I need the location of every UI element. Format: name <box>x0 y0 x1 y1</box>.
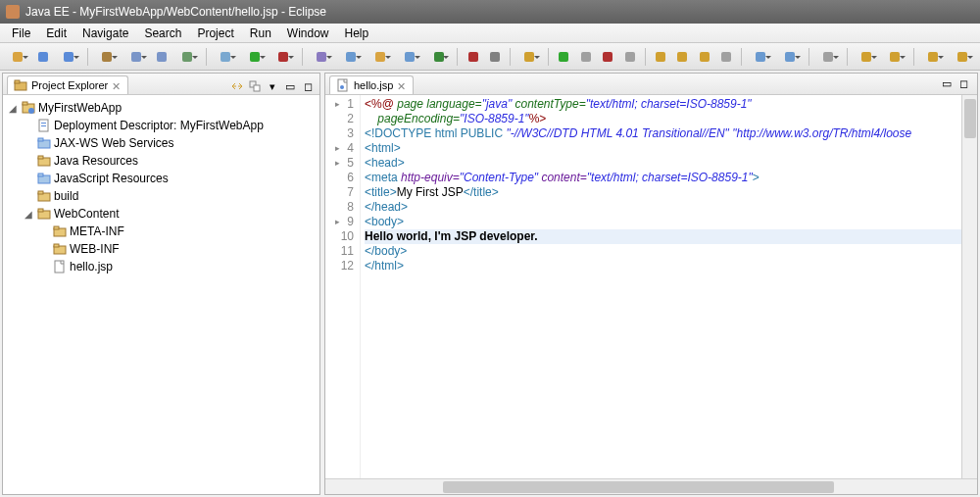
line-number[interactable]: 6 <box>325 171 354 185</box>
tree-node[interactable]: hello.jsp <box>36 258 318 275</box>
code-area[interactable]: <%@ page language="java" contentType="te… <box>361 95 977 478</box>
tree-node[interactable]: ◢WebContent <box>21 205 318 223</box>
menu-search[interactable]: Search <box>136 25 189 42</box>
run-button[interactable] <box>241 46 269 68</box>
stop-button[interactable] <box>598 46 617 68</box>
deploy-button[interactable] <box>173 46 201 68</box>
line-number[interactable]: 11 <box>325 244 354 259</box>
collapse-icon[interactable]: ◢ <box>23 209 34 220</box>
code-line[interactable]: <!DOCTYPE html PUBLIC "-//W3C//DTD HTML … <box>365 126 973 141</box>
code-line[interactable]: <%@ page language="java" contentType="te… <box>365 97 973 112</box>
save-all-button[interactable] <box>55 46 82 68</box>
code-line[interactable]: pageEncoding="ISO-8859-1"%> <box>365 112 973 126</box>
tree-node[interactable]: JAX-WS Web Services <box>21 134 318 152</box>
resume-button[interactable] <box>554 46 573 68</box>
code-line[interactable]: <title>My First JSP</title> <box>365 185 973 200</box>
open-type-button[interactable] <box>747 46 774 68</box>
class-button[interactable] <box>425 46 453 68</box>
tab-hello-jsp[interactable]: hello.jsp ✕ <box>329 75 414 94</box>
code-line[interactable]: <html> <box>365 141 973 156</box>
collapse-all-button[interactable] <box>247 78 263 94</box>
next-ann-button[interactable] <box>853 46 880 68</box>
code-line[interactable]: <body> <box>365 215 973 229</box>
menu-project[interactable]: Project <box>189 25 241 42</box>
tree-node[interactable]: JavaScript Resources <box>21 170 318 187</box>
line-number[interactable]: 3 <box>325 126 354 141</box>
open-task-button[interactable] <box>776 46 804 68</box>
svg-rect-30 <box>890 52 900 62</box>
code-line[interactable]: <meta http-equiv="Content-Type" content=… <box>365 171 973 185</box>
vertical-scrollbar[interactable] <box>961 95 977 478</box>
forward-button[interactable] <box>949 46 976 68</box>
tree-node[interactable]: ◢MyFirstWebApp <box>5 99 318 117</box>
prev-ann-button[interactable] <box>882 46 909 68</box>
package-button[interactable] <box>396 46 423 68</box>
line-number[interactable]: 7 <box>325 185 354 200</box>
line-number[interactable]: 9 <box>325 215 354 229</box>
tree-node[interactable]: WEB-INF <box>36 240 318 258</box>
line-gutter[interactable]: 123456789101112 <box>325 95 361 478</box>
search-button[interactable] <box>515 46 543 68</box>
scrollbar-thumb[interactable] <box>964 99 976 138</box>
folder-button[interactable] <box>367 46 394 68</box>
line-number[interactable]: 2 <box>325 112 354 126</box>
window-titlebar[interactable]: Java EE - MyFirstWebApp/WebContent/hello… <box>0 0 980 24</box>
menu-file[interactable]: File <box>4 25 38 42</box>
code-line[interactable]: </head> <box>365 200 973 215</box>
code-token: "ISO-8859-1" <box>460 112 529 125</box>
scrollbar-thumb[interactable] <box>443 481 834 493</box>
menu-navigate[interactable]: Navigate <box>74 25 136 42</box>
code-line[interactable]: <head> <box>365 156 973 171</box>
line-number[interactable]: 10 <box>325 229 354 244</box>
menu-help[interactable]: Help <box>337 25 377 42</box>
build-button[interactable] <box>93 46 121 68</box>
line-number[interactable]: 12 <box>325 259 354 273</box>
code-line[interactable]: </body> <box>365 244 973 259</box>
tree-node[interactable]: Deployment Descriptor: MyFirstWebApp <box>21 117 318 134</box>
tree-node[interactable]: build <box>21 187 318 205</box>
new-server-button[interactable] <box>308 46 335 68</box>
close-icon[interactable]: ✕ <box>397 80 407 90</box>
maximize-view-button[interactable]: ◻ <box>300 78 316 94</box>
run-ext-button[interactable] <box>270 46 298 68</box>
drop-frame-button[interactable] <box>716 46 736 68</box>
collapse-icon[interactable]: ◢ <box>7 103 19 114</box>
disconnect-button[interactable] <box>619 46 639 68</box>
line-number[interactable]: 4 <box>325 141 354 156</box>
hammer-button[interactable] <box>122 46 150 68</box>
close-icon[interactable]: ✕ <box>112 80 122 90</box>
menu-window[interactable]: Window <box>279 25 337 42</box>
servers-button[interactable] <box>337 46 365 68</box>
view-menu-button[interactable]: ▾ <box>265 78 280 94</box>
wrench-button[interactable] <box>152 46 172 68</box>
menu-run[interactable]: Run <box>242 25 279 42</box>
annotation-button[interactable] <box>814 46 842 68</box>
suspend-button[interactable] <box>575 46 595 68</box>
toolbar-separator <box>645 48 646 66</box>
step-return-button[interactable] <box>695 46 714 68</box>
save-button[interactable] <box>33 46 53 68</box>
link-editor-button[interactable] <box>229 78 245 94</box>
minimize-editor-button[interactable]: ▭ <box>942 77 956 91</box>
code-line[interactable]: Hello world, I'm JSP developer. <box>365 229 973 244</box>
debug-button[interactable] <box>212 46 239 68</box>
editor-body[interactable]: 123456789101112 <%@ page language="java"… <box>325 95 977 478</box>
minimize-view-button[interactable]: ▭ <box>282 78 298 94</box>
horizontal-scrollbar[interactable] <box>325 478 977 494</box>
maximize-editor-button[interactable]: ◻ <box>959 77 973 91</box>
line-number[interactable]: 8 <box>325 200 354 215</box>
tree-node[interactable]: Java Resources <box>21 152 318 170</box>
step-over-button[interactable] <box>672 46 692 68</box>
new-button[interactable] <box>4 46 31 68</box>
tree-node[interactable]: META-INF <box>36 223 318 240</box>
format-button[interactable] <box>485 46 505 68</box>
line-number[interactable]: 5 <box>325 156 354 171</box>
menu-edit[interactable]: Edit <box>38 25 74 42</box>
terminate-button[interactable] <box>463 46 482 68</box>
back-button[interactable] <box>919 46 947 68</box>
line-number[interactable]: 1 <box>325 97 354 112</box>
step-into-button[interactable] <box>651 46 670 68</box>
tab-project-explorer[interactable]: Project Explorer ✕ <box>7 75 128 94</box>
code-line[interactable]: </html> <box>365 259 973 273</box>
project-tree[interactable]: ◢MyFirstWebAppDeployment Descriptor: MyF… <box>3 95 319 494</box>
